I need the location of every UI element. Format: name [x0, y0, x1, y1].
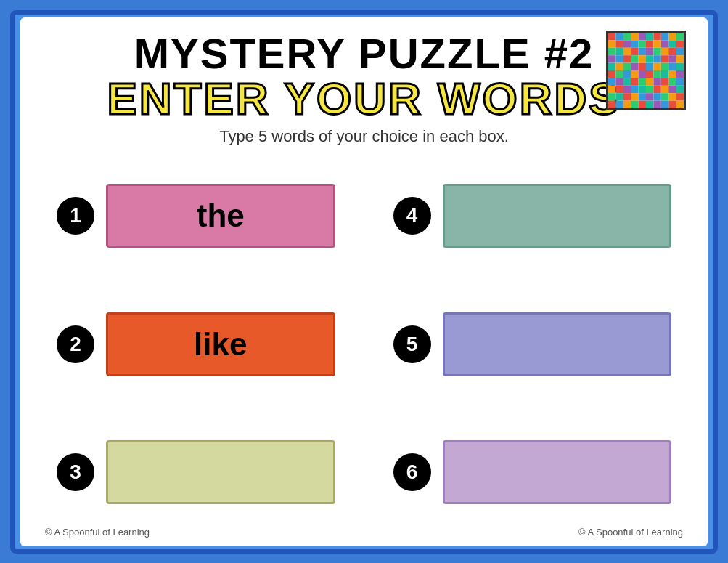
- word-row-4: 4: [393, 162, 672, 270]
- number-circle-6: 6: [393, 453, 431, 491]
- svg-rect-99: [676, 100, 684, 108]
- svg-rect-17: [661, 40, 668, 47]
- svg-rect-44: [639, 62, 646, 70]
- word-row-5: 5: [393, 291, 672, 398]
- svg-rect-0: [608, 33, 615, 40]
- svg-rect-28: [668, 47, 676, 54]
- svg-rect-65: [646, 78, 653, 85]
- svg-rect-56: [653, 70, 660, 78]
- svg-rect-47: [661, 62, 668, 70]
- svg-rect-97: [661, 100, 668, 108]
- svg-rect-96: [653, 100, 660, 108]
- svg-rect-64: [639, 78, 646, 85]
- svg-rect-36: [653, 55, 660, 62]
- svg-rect-74: [639, 85, 646, 92]
- svg-rect-24: [639, 47, 646, 54]
- svg-rect-53: [631, 70, 638, 78]
- svg-rect-57: [661, 70, 668, 78]
- footer-left: © A Spoonful of Learning: [45, 527, 150, 538]
- svg-rect-12: [623, 40, 631, 47]
- number-circle-4: 4: [393, 197, 431, 235]
- svg-rect-75: [646, 85, 653, 92]
- word-row-3: 3: [57, 418, 335, 526]
- svg-rect-41: [615, 62, 623, 70]
- svg-rect-5: [646, 33, 653, 40]
- svg-rect-93: [631, 100, 638, 108]
- svg-rect-25: [646, 47, 653, 54]
- svg-rect-90: [608, 100, 615, 108]
- word-row-1: 1 the: [57, 162, 335, 270]
- svg-rect-92: [623, 100, 631, 108]
- svg-rect-37: [661, 55, 668, 62]
- svg-rect-94: [639, 100, 646, 108]
- svg-rect-78: [668, 85, 676, 92]
- svg-rect-35: [646, 55, 653, 62]
- svg-rect-73: [631, 85, 638, 92]
- number-circle-1: 1: [57, 197, 94, 235]
- svg-rect-40: [608, 62, 615, 70]
- svg-rect-61: [615, 78, 623, 85]
- number-1: 1: [70, 204, 81, 227]
- svg-rect-30: [608, 55, 615, 62]
- svg-rect-20: [608, 47, 615, 54]
- number-6: 6: [406, 461, 418, 484]
- word-box-6[interactable]: [443, 440, 672, 504]
- word-box-1[interactable]: the: [106, 184, 335, 248]
- number-circle-3: 3: [57, 453, 94, 491]
- svg-rect-21: [615, 47, 623, 54]
- svg-rect-58: [668, 70, 676, 78]
- svg-rect-76: [653, 85, 660, 92]
- word-box-5[interactable]: [443, 312, 672, 376]
- svg-rect-46: [653, 62, 660, 70]
- svg-rect-23: [631, 47, 638, 54]
- svg-rect-98: [668, 100, 676, 108]
- word-box-3[interactable]: [106, 440, 335, 504]
- svg-rect-31: [615, 55, 623, 62]
- svg-rect-69: [676, 78, 684, 85]
- svg-rect-27: [661, 47, 668, 54]
- svg-rect-34: [639, 55, 646, 62]
- svg-rect-18: [668, 40, 676, 47]
- svg-rect-62: [623, 78, 631, 85]
- svg-rect-95: [646, 100, 653, 108]
- svg-rect-22: [623, 47, 631, 54]
- svg-rect-13: [631, 40, 638, 47]
- svg-rect-43: [631, 62, 638, 70]
- svg-rect-33: [631, 55, 638, 62]
- word-row-2: 2 like: [57, 291, 335, 398]
- svg-rect-11: [615, 40, 623, 47]
- inner-card: MYSTERY PUZZLE #2 ENTER YOUR WORDS: [20, 17, 708, 546]
- word-text-1: the: [197, 198, 245, 234]
- svg-rect-32: [623, 55, 631, 62]
- mystery-title: MYSTERY PUZZLE #2: [134, 31, 594, 77]
- number-5: 5: [406, 333, 418, 356]
- svg-rect-66: [653, 78, 660, 85]
- header-row: MYSTERY PUZZLE #2 ENTER YOUR WORDS: [42, 31, 686, 122]
- svg-rect-26: [653, 47, 660, 54]
- number-4: 4: [406, 204, 418, 227]
- svg-rect-80: [608, 93, 615, 100]
- svg-rect-63: [631, 78, 638, 85]
- svg-rect-14: [639, 40, 646, 47]
- svg-rect-91: [615, 100, 623, 108]
- svg-rect-39: [676, 55, 684, 62]
- word-text-2: like: [194, 326, 247, 362]
- outer-border: MYSTERY PUZZLE #2 ENTER YOUR WORDS: [10, 10, 718, 554]
- svg-rect-42: [623, 62, 631, 70]
- svg-rect-16: [653, 40, 660, 47]
- svg-rect-3: [631, 33, 638, 40]
- svg-rect-48: [668, 62, 676, 70]
- svg-rect-38: [668, 55, 676, 62]
- enter-words-title: ENTER YOUR WORDS: [107, 76, 621, 121]
- word-box-2[interactable]: like: [106, 312, 335, 376]
- word-box-4[interactable]: [443, 184, 672, 248]
- svg-rect-8: [668, 33, 676, 40]
- svg-rect-79: [676, 85, 684, 92]
- svg-rect-54: [639, 70, 646, 78]
- svg-rect-70: [608, 85, 615, 92]
- svg-rect-29: [676, 47, 684, 54]
- svg-rect-81: [615, 93, 623, 100]
- svg-rect-15: [646, 40, 653, 47]
- svg-rect-45: [646, 62, 653, 70]
- svg-rect-85: [646, 93, 653, 100]
